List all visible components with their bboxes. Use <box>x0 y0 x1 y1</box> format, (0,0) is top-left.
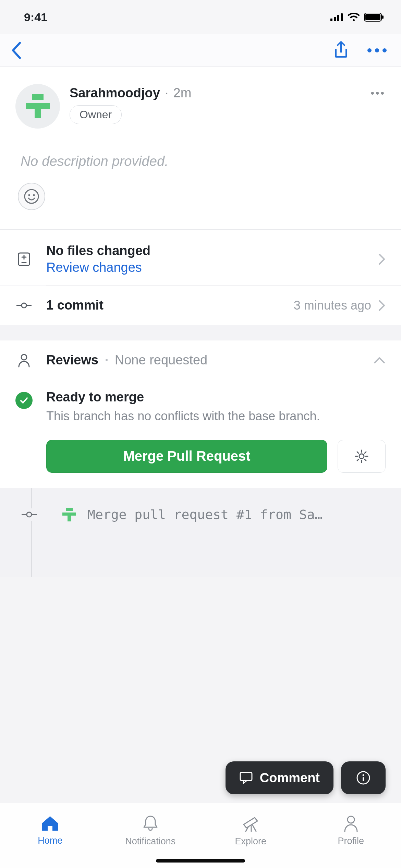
person-icon <box>17 353 31 367</box>
chevron-up-icon <box>373 357 386 364</box>
tab-label: Explore <box>235 836 266 847</box>
review-changes-link[interactable]: Review changes <box>46 260 378 275</box>
svg-point-20 <box>27 512 32 517</box>
merge-status-row: Ready to merge This branch has no confli… <box>0 380 401 428</box>
svg-rect-0 <box>330 19 332 21</box>
floating-actions: Comment <box>226 761 386 794</box>
avatar-glyph-icon <box>62 508 76 521</box>
info-icon <box>356 770 371 785</box>
more-options-button[interactable] <box>367 48 387 53</box>
person-icon <box>343 815 359 832</box>
svg-point-12 <box>33 194 35 196</box>
svg-rect-1 <box>334 17 336 21</box>
tab-notifications[interactable]: Notifications <box>100 803 201 858</box>
status-bar: 9:41 <box>0 0 401 34</box>
svg-rect-3 <box>341 13 343 21</box>
gear-icon <box>354 449 369 464</box>
tab-label: Notifications <box>125 836 175 847</box>
merge-actions: Merge Pull Request <box>0 428 401 488</box>
svg-point-15 <box>22 303 26 308</box>
commits-title: 1 commit <box>46 298 294 313</box>
dot-separator: · <box>105 353 109 367</box>
merge-status-title: Ready to merge <box>46 390 386 405</box>
timeline: Merge pull request #1 from Sa… <box>0 488 401 577</box>
tab-label: Profile <box>338 836 364 846</box>
comment-button[interactable]: Comment <box>226 761 333 794</box>
reviews-label: Reviews <box>46 353 98 367</box>
tab-home[interactable]: Home <box>0 803 100 858</box>
battery-icon <box>364 13 384 22</box>
tab-bar: Home Notifications Explore Profile <box>0 803 401 868</box>
svg-point-17 <box>21 354 27 360</box>
svg-point-11 <box>28 194 30 196</box>
svg-rect-22 <box>240 772 252 781</box>
telescope-icon <box>241 814 260 833</box>
comment-icon <box>239 771 253 784</box>
back-button[interactable] <box>10 41 23 60</box>
svg-point-9 <box>382 48 387 52</box>
commits-row[interactable]: 1 commit 3 minutes ago <box>0 286 401 325</box>
svg-point-26 <box>348 816 354 823</box>
svg-point-7 <box>367 48 372 52</box>
commit-icon <box>16 302 32 309</box>
commits-timestamp: 3 minutes ago <box>294 298 371 313</box>
info-button[interactable] <box>341 761 386 794</box>
reviews-title: Reviews · None requested <box>46 353 373 367</box>
svg-rect-6 <box>382 15 384 19</box>
comment-label: Comment <box>260 771 320 785</box>
reviews-row[interactable]: Reviews · None requested <box>0 340 401 380</box>
status-indicators <box>330 13 384 22</box>
dot-separator: · <box>165 86 169 100</box>
pr-description: No description provided. <box>0 137 401 169</box>
chevron-right-icon <box>378 253 386 265</box>
status-time: 9:41 <box>24 11 47 24</box>
merge-status-subtitle: This branch has no conflicts with the ba… <box>46 408 386 425</box>
tab-profile[interactable]: Profile <box>301 803 401 858</box>
author-timestamp: 2m <box>173 86 192 100</box>
avatar-glyph-icon <box>26 94 50 118</box>
svg-rect-2 <box>337 15 339 21</box>
reaction-bar <box>0 169 401 229</box>
cellular-signal-icon <box>330 13 343 21</box>
merge-settings-button[interactable] <box>338 440 386 473</box>
author-avatar[interactable] <box>15 84 60 129</box>
commit-author-avatar <box>60 505 78 524</box>
commit-icon <box>22 511 37 518</box>
navigation-bar <box>0 34 401 67</box>
share-button[interactable] <box>332 40 350 60</box>
svg-point-8 <box>375 48 379 52</box>
wifi-icon <box>348 13 360 22</box>
files-changed-title: No files changed <box>46 243 378 258</box>
check-circle-icon <box>15 392 33 409</box>
home-indicator <box>156 859 245 863</box>
author-name-line: Sarahmoodjoy · 2m <box>70 86 191 100</box>
tab-label: Home <box>38 835 62 846</box>
smiley-icon <box>24 189 39 204</box>
tab-explore[interactable]: Explore <box>200 803 301 858</box>
files-changed-row[interactable]: No files changed Review changes <box>0 230 401 285</box>
file-diff-icon <box>17 252 31 267</box>
add-reaction-button[interactable] <box>18 183 45 210</box>
timeline-commit-row[interactable]: Merge pull request #1 from Sa… <box>15 488 386 524</box>
author-section: Sarahmoodjoy · 2m Owner ••• <box>0 67 401 137</box>
svg-rect-5 <box>365 14 380 20</box>
chevron-right-icon <box>378 299 386 312</box>
svg-point-24 <box>363 774 364 776</box>
home-icon <box>41 815 59 832</box>
author-more-button[interactable]: ••• <box>370 87 386 99</box>
svg-point-10 <box>25 190 38 203</box>
author-name[interactable]: Sarahmoodjoy <box>70 86 160 100</box>
merge-pull-request-button[interactable]: Merge Pull Request <box>46 440 327 473</box>
svg-point-18 <box>359 454 364 459</box>
role-badge: Owner <box>70 105 122 124</box>
reviews-status: None requested <box>115 353 207 367</box>
svg-rect-25 <box>363 777 364 781</box>
commit-message: Merge pull request #1 from Sa… <box>87 507 386 522</box>
bell-icon <box>142 814 159 833</box>
